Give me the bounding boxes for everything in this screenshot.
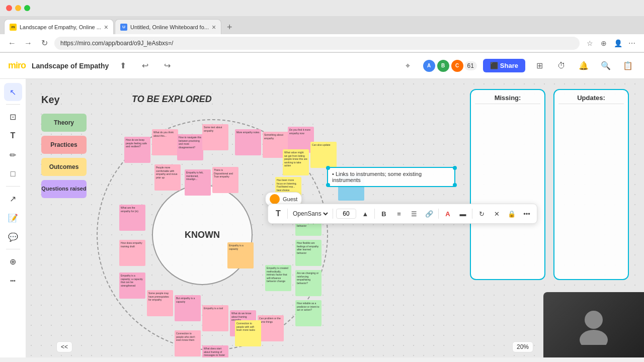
sticky-note-16[interactable]: Empathy is a tool <box>202 305 228 331</box>
board-info-button[interactable]: 📋 <box>620 58 636 74</box>
sticky-note-3[interactable]: How to navigate this between practicing … <box>177 134 203 160</box>
missing-input-area[interactable]: • Links to instruments; some existing in… <box>327 167 455 187</box>
updates-panel-header: Updates: <box>558 94 624 104</box>
sticky-note-18[interactable]: Can problem or the same things <box>258 315 284 341</box>
miro-header: miro Landscape of Empathy ⬆ ↩ ↪ ⌖ A B C … <box>0 53 644 79</box>
key-item-practices: Practices <box>41 136 87 154</box>
pen-tool[interactable]: ✏ <box>4 146 22 164</box>
canvas[interactable]: Key Theory Practices Outcomes Questions … <box>26 79 644 357</box>
sticky-green-5[interactable]: Empathy is created methodically, intrins… <box>265 265 291 291</box>
avatar-1: A <box>422 59 436 73</box>
url-text: https://miro.com/app/board/o9J_leAsbxs=/ <box>60 40 173 47</box>
sticky-yellow-2[interactable]: Can also update <box>310 142 337 168</box>
toolbar-div-3 <box>374 209 375 219</box>
zoom-control[interactable]: 20% <box>512 341 533 352</box>
tab-landscape-empathy[interactable]: m Landscape of Empathy, Online ... × <box>4 19 114 34</box>
new-tab-button[interactable]: + <box>222 20 236 34</box>
sticky-note-19[interactable]: What does start about framing of message… <box>202 345 228 357</box>
guest-text: Guest <box>283 196 297 202</box>
sticky-note-1[interactable]: How do we keep people feeling safe and r… <box>124 137 150 163</box>
templates-button[interactable]: ⊞ <box>531 58 547 74</box>
sticky-note-15[interactable]: But empathy is a capacity <box>175 295 201 321</box>
sticky-note-8[interactable]: People more comfortable with empathy and… <box>154 164 181 191</box>
align-button[interactable]: ≡ <box>393 207 405 221</box>
board-title: Landscape of Empathy <box>32 62 109 70</box>
shapes-tool[interactable]: □ <box>4 165 22 183</box>
comment-tool[interactable]: 💬 <box>4 228 22 246</box>
miro-body: ↖ ⊡ T ✏ □ ↗ 📝 💬 ⊕ ••• Key Theory Prac <box>0 79 644 357</box>
tab-title-1: Landscape of Empathy, Online ... <box>20 24 101 30</box>
maximize-window-button[interactable] <box>24 5 30 11</box>
sticky-orange-1[interactable]: Empathy is a capacity <box>227 242 254 268</box>
sticky-note-4[interactable]: Some text about empathy <box>202 124 228 150</box>
missing-text: • Links to instruments; some existing in… <box>332 171 422 183</box>
bold-button[interactable]: B <box>378 207 390 221</box>
sticky-note-13[interactable]: Empathy is a capacity; a capacity that c… <box>119 273 145 299</box>
text-tool[interactable]: T <box>4 127 22 145</box>
sticky-green-4[interactable]: How reliable as a predictor or intent to… <box>295 300 321 326</box>
avatar-2: B <box>436 59 450 73</box>
notifications-button[interactable]: 🔔 <box>576 58 592 74</box>
arrow-tool[interactable]: ↗ <box>4 190 22 208</box>
sticky-note-2[interactable]: What do you think about this... <box>152 129 178 155</box>
profile-button[interactable]: 👤 <box>612 37 624 49</box>
bookmark-button[interactable]: ☆ <box>584 37 596 49</box>
apps-tool[interactable]: ⊕ <box>4 252 22 270</box>
reload-button[interactable]: ↻ <box>38 37 50 49</box>
frame-tool[interactable]: ⊡ <box>4 108 22 126</box>
cursor-filter-button[interactable]: ⌖ <box>400 58 416 74</box>
redo-button[interactable]: ↪ <box>159 58 175 74</box>
font-selector[interactable]: OpenSans <box>291 210 330 218</box>
text-color-button[interactable]: A <box>442 207 454 221</box>
more-options-button[interactable]: ••• <box>521 207 533 221</box>
search-button[interactable]: 🔍 <box>598 58 614 74</box>
sticky-yellow-4[interactable]: Connection to people with self-learn mor… <box>235 320 261 346</box>
selection-handle-ml <box>326 183 330 187</box>
minimize-window-button[interactable] <box>15 5 21 11</box>
select-tool[interactable]: ↖ <box>4 83 22 101</box>
side-panels: Missing: Updates: <box>470 89 629 280</box>
sticky-note-5[interactable]: More empathy notes <box>235 129 261 155</box>
avatar-group: A B C 61 <box>422 59 477 73</box>
sticky-note-11[interactable]: What are the empathy for (in) <box>119 205 145 231</box>
sticky-green-3[interactable]: Are we changing or reinforcing empathizi… <box>295 270 321 296</box>
selection-handle-mr <box>453 183 457 187</box>
rotate-button[interactable]: ↻ <box>475 207 488 221</box>
list-button[interactable]: ☰ <box>408 207 420 221</box>
sticky-tool[interactable]: 📝 <box>4 209 22 227</box>
tab-close-1[interactable]: × <box>104 23 108 31</box>
upload-button[interactable]: ⬆ <box>115 58 131 74</box>
url-bar[interactable]: https://miro.com/app/board/o9J_leAsbxs=/ <box>54 37 580 50</box>
extensions-button[interactable]: ⊕ <box>598 37 610 49</box>
menu-button[interactable]: ⋯ <box>626 37 638 49</box>
tab-untitled[interactable]: U Untitled, Online Whiteboard fo... × <box>115 19 221 34</box>
sticky-note-20[interactable]: Connection to people who don't even know… <box>175 330 201 356</box>
miro-app: miro Landscape of Empathy ⬆ ↩ ↪ ⌖ A B C … <box>0 53 644 357</box>
sticky-note-12[interactable]: How does empathy training draft <box>119 240 145 266</box>
avatar-3: C <box>450 59 464 73</box>
close-window-button[interactable] <box>6 5 12 11</box>
forward-button[interactable]: → <box>22 37 34 49</box>
highlight-button[interactable]: ▬ <box>457 207 469 221</box>
text-tool-icon[interactable]: T <box>272 207 284 221</box>
tab-close-2[interactable]: × <box>212 23 216 31</box>
toolbar-separator-1 <box>6 104 20 105</box>
font-size-up[interactable]: ▲ <box>359 207 371 221</box>
sticky-green-2[interactable]: How flexible are feelings of empathy aft… <box>295 240 321 266</box>
sticky-note-9[interactable]: Empathy is felt, mentioned, misalign... <box>185 169 211 196</box>
mind-map: TO BE EXPLORED KNOWN How do we keep peop… <box>87 94 338 357</box>
font-size-input[interactable] <box>336 209 356 219</box>
expand-button[interactable]: << <box>56 341 72 352</box>
sticky-note-14[interactable]: Some people may have prerequisites for e… <box>147 290 173 316</box>
sticky-yellow-1[interactable]: What value might we get from letting peo… <box>283 149 309 175</box>
miro-logo: miro <box>8 60 26 71</box>
share-button[interactable]: ⬛ Share <box>483 59 525 72</box>
lock-button[interactable]: 🔒 <box>506 207 518 221</box>
more-tool[interactable]: ••• <box>4 272 22 290</box>
link-button[interactable]: 🔗 <box>423 207 435 221</box>
delete-button[interactable]: ✕ <box>491 207 503 221</box>
back-button[interactable]: ← <box>6 37 18 49</box>
undo-button[interactable]: ↩ <box>137 58 153 74</box>
timer-button[interactable]: ⏱ <box>553 58 570 74</box>
sticky-note-10[interactable]: There is Dispositional and True empathy <box>212 167 238 193</box>
